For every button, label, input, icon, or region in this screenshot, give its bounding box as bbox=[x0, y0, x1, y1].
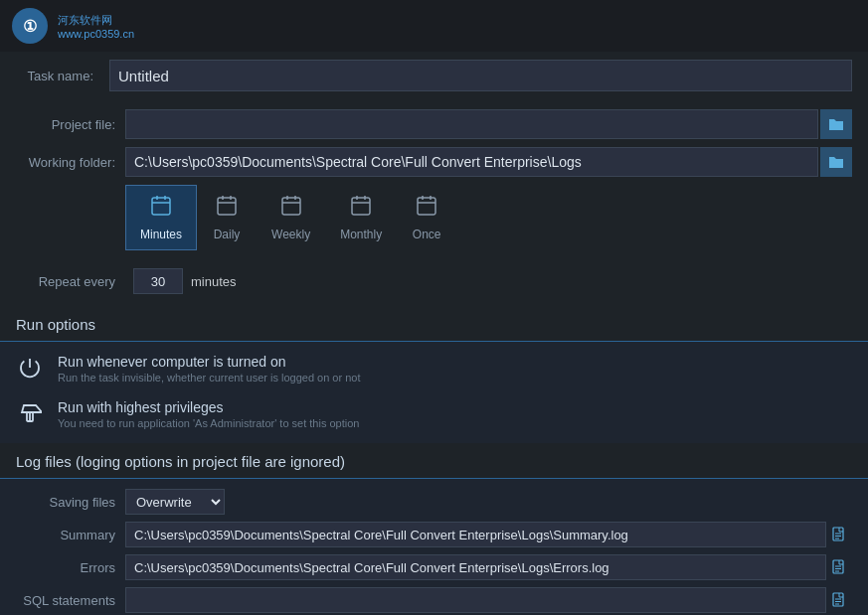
working-folder-browse-button[interactable] bbox=[820, 147, 852, 177]
log-row-summary: Summary bbox=[16, 522, 852, 547]
log-files-area: Saving filesOverwriteAppendSummary Error… bbox=[0, 479, 868, 615]
svg-rect-12 bbox=[352, 198, 370, 215]
schedule-tab-label-daily: Daily bbox=[214, 228, 241, 241]
log-input-summary[interactable] bbox=[125, 522, 826, 547]
project-file-label: Project file: bbox=[16, 117, 125, 132]
project-file-row: Project file: bbox=[16, 109, 852, 139]
repeat-every-label: Repeat every bbox=[16, 274, 125, 289]
run-option-turn-on: Run whenever computer is turned onRun th… bbox=[16, 354, 852, 385]
turn-on-text-block: Run whenever computer is turned onRun th… bbox=[58, 354, 361, 384]
project-file-input[interactable] bbox=[125, 109, 818, 139]
schedule-tabs: Minutes Daily Weekly Monthly Once bbox=[125, 185, 456, 250]
log-browse-button-sql-statements[interactable] bbox=[826, 587, 852, 613]
schedule-tab-label-monthly: Monthly bbox=[340, 228, 382, 241]
schedule-tab-monthly[interactable]: Monthly bbox=[325, 185, 397, 250]
folder-icon bbox=[828, 154, 844, 170]
calendar-icon bbox=[149, 194, 173, 224]
highest-priv-desc: You need to run application 'As Administ… bbox=[58, 417, 359, 429]
log-label-sql-statements: SQL statements bbox=[16, 593, 125, 608]
log-row-errors: Errors bbox=[16, 554, 852, 580]
repeat-value-input[interactable] bbox=[133, 268, 183, 294]
calendar-icon bbox=[349, 194, 373, 224]
svg-rect-16 bbox=[418, 198, 435, 215]
schedule-tab-daily[interactable]: Daily bbox=[197, 185, 257, 250]
top-bar: ① 河东软件网 www.pc0359.cn bbox=[0, 0, 868, 52]
file-icon bbox=[832, 527, 846, 542]
file-icon bbox=[832, 592, 846, 608]
turn-on-desc: Run the task invisible, whether current … bbox=[58, 372, 361, 384]
highest-priv-title: Run with highest privileges bbox=[58, 399, 359, 415]
log-label-errors: Errors bbox=[16, 560, 125, 575]
repeat-every-row: Repeat every minutes bbox=[16, 268, 852, 294]
svg-rect-0 bbox=[152, 198, 170, 215]
working-folder-row: Working folder: bbox=[16, 147, 852, 177]
log-files-header: Log files (loging options in project fil… bbox=[0, 443, 868, 479]
saving-files-row: Saving filesOverwriteAppend bbox=[16, 489, 852, 515]
calendar-icon bbox=[215, 194, 239, 224]
schedule-tab-weekly[interactable]: Weekly bbox=[257, 185, 325, 250]
calendar-icon bbox=[415, 194, 438, 224]
schedule-tab-once[interactable]: Once bbox=[397, 185, 456, 250]
schedule-tabs-row: Minutes Daily Weekly Monthly Once bbox=[0, 185, 868, 250]
working-folder-label: Working folder: bbox=[16, 155, 125, 170]
watermark: 河东软件网 www.pc0359.cn bbox=[58, 13, 134, 40]
run-option-highest-priv: Run with highest privilegesYou need to r… bbox=[16, 399, 852, 431]
schedule-tab-label-minutes: Minutes bbox=[140, 228, 182, 241]
run-options-area: Run whenever computer is turned onRun th… bbox=[0, 342, 868, 443]
task-name-row: Task name: bbox=[0, 52, 868, 99]
run-options-header: Run options bbox=[0, 306, 868, 342]
schedule-tab-label-once: Once bbox=[413, 228, 441, 241]
schedule-tab-label-weekly: Weekly bbox=[271, 228, 310, 241]
highest-priv-text-block: Run with highest privilegesYou need to r… bbox=[58, 399, 359, 429]
file-icon bbox=[832, 559, 846, 575]
folder-icon bbox=[828, 116, 844, 132]
schedule-tab-minutes[interactable]: Minutes bbox=[125, 185, 197, 250]
turn-on-title: Run whenever computer is turned on bbox=[58, 354, 361, 370]
working-folder-input[interactable] bbox=[125, 147, 818, 177]
repeat-unit-label: minutes bbox=[191, 274, 237, 289]
form-area: Project file: Working folder: bbox=[0, 99, 868, 177]
svg-rect-8 bbox=[282, 198, 300, 215]
svg-rect-4 bbox=[218, 198, 236, 215]
highest-priv-icon bbox=[16, 401, 44, 431]
calendar-icon bbox=[279, 194, 303, 224]
log-browse-button-summary[interactable] bbox=[826, 522, 852, 547]
saving-files-select[interactable]: OverwriteAppend bbox=[125, 489, 225, 515]
log-input-errors[interactable] bbox=[125, 554, 826, 580]
repeat-row-area: Repeat every minutes bbox=[0, 258, 868, 294]
project-file-browse-button[interactable] bbox=[820, 109, 852, 139]
log-input-sql-statements[interactable] bbox=[125, 587, 826, 613]
saving-files-label: Saving files bbox=[16, 495, 125, 510]
turn-on-icon bbox=[16, 356, 44, 385]
log-row-sql-statements: SQL statements bbox=[16, 587, 852, 613]
task-name-label: Task name: bbox=[16, 69, 103, 83]
log-browse-button-errors[interactable] bbox=[826, 554, 852, 580]
app-logo: ① bbox=[12, 8, 48, 44]
log-label-summary: Summary bbox=[16, 528, 125, 542]
task-name-input[interactable] bbox=[109, 60, 852, 91]
